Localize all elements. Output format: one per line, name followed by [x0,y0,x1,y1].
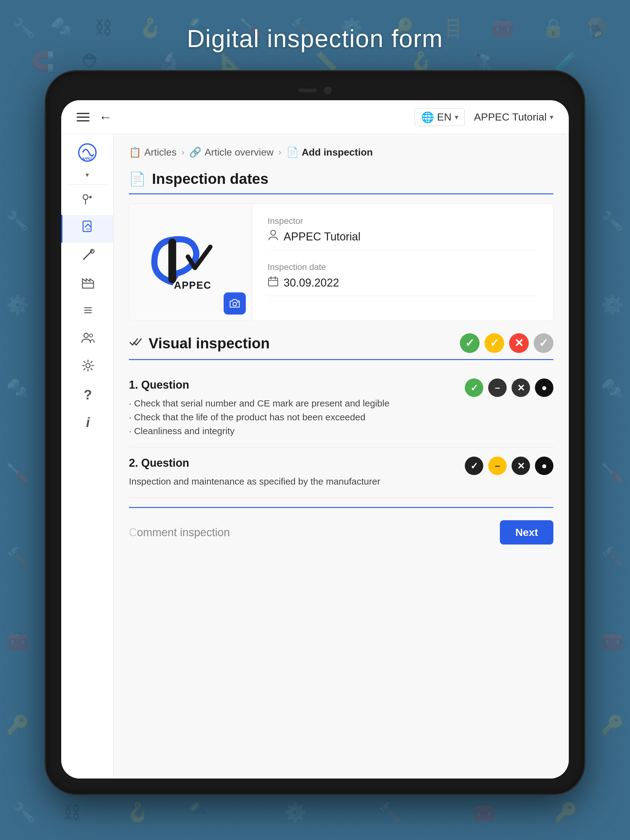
bottom-section: Comment inspection Next [129,507,553,545]
visual-title-row: Visual inspection [129,335,270,352]
sidebar-dropdown-button[interactable]: ▾ [82,168,92,182]
svg-point-18 [237,302,238,303]
inspection-dates-title: Inspection dates [152,171,269,187]
answer-2-dot[interactable]: ● [535,456,553,475]
tablet-screen: ← 🌐 EN ▾ APPEC Tutorial ▾ APPEC [61,100,569,778]
language-selector[interactable]: 🌐 EN ▾ [415,108,465,126]
svg-point-2 [83,195,88,199]
sidebar-item-info[interactable]: i [61,409,113,436]
inspection-details: Inspector APPEC Tutorial Inspection date [252,204,553,321]
sidebar-item-users[interactable] [61,325,113,353]
comment-label: Comment inspection [129,526,230,539]
back-button[interactable]: ← [99,111,112,124]
svg-rect-20 [269,278,278,286]
lang-chevron-icon: ▾ [455,113,458,122]
svg-point-13 [90,334,93,337]
inspection-date-group: Inspection date 30.09.2022 [268,262,538,296]
breadcrumb-articles-label: Articles [144,147,177,158]
visual-inspection-section: Visual inspection ✓ ✓ ✕ ✓ 1. Question [129,333,553,545]
visual-inspection-title: Visual inspection [149,335,270,352]
svg-point-14 [86,363,90,368]
sidebar-item-settings[interactable] [61,353,113,381]
inspector-label: Inspector [268,216,538,226]
svg-rect-8 [82,283,93,288]
add-inspection-icon: 📄 [287,146,299,158]
svg-rect-15 [168,238,176,283]
camera-button[interactable] [224,292,246,314]
breadcrumb: 📋 Articles › 🔗 Article overview › 📄 Add … [129,146,553,158]
question-1-content: 1. Question · Check that serial number a… [129,379,456,438]
answer-2-check[interactable]: ✓ [465,456,483,475]
breadcrumb-articles[interactable]: 📋 Articles [129,146,177,158]
settings-icon [81,359,95,376]
tablet-sensor [298,88,317,92]
visual-inspection-header: Visual inspection ✓ ✓ ✕ ✓ [129,333,553,360]
user-label: APPEC Tutorial [474,111,547,123]
inspector-group: Inspector APPEC Tutorial [268,216,538,250]
answer-1-green[interactable]: ✓ [465,379,483,397]
sidebar-logo: APPEC [73,140,101,165]
answer-2-x[interactable]: ✕ [511,456,530,475]
svg-point-3 [89,196,92,198]
svg-point-17 [233,302,237,306]
breadcrumb-add-inspection-label: Add inspection [302,147,373,158]
article-overview-icon: 🔗 [189,146,201,158]
sidebar-item-help[interactable]: ? [61,381,113,409]
factory-icon [81,276,95,292]
inspection-date-value: 30.09.2022 [268,276,538,296]
inspector-person-icon [268,230,279,243]
svg-text:APPEC: APPEC [174,279,211,291]
language-label: EN [437,111,451,123]
answer-1-x[interactable]: ✕ [511,379,530,397]
sidebar-item-tools[interactable] [61,187,113,215]
inspection-dates-header: 📄 Inspection dates [129,171,553,194]
maintenance-icon [81,248,95,265]
inspection-card: APPEC Inspector [129,204,553,321]
articles-icon: 📋 [129,146,141,158]
svg-point-19 [271,230,275,235]
breadcrumb-article-overview[interactable]: 🔗 Article overview [189,146,274,158]
users-icon [81,331,95,348]
question-1-answers: ✓ – ✕ ● [465,379,553,397]
breadcrumb-article-overview-label: Article overview [204,147,274,158]
breadcrumb-add-inspection[interactable]: 📄 Add inspection [287,146,373,158]
question-2-answers: ✓ – ✕ ● [465,456,553,475]
appec-logo-image: APPEC [148,232,234,293]
app-header: ← 🌐 EN ▾ APPEC Tutorial ▾ [61,100,569,134]
language-icon: 🌐 [421,111,434,123]
status-yellow-check: ✓ [484,333,504,353]
inspection-photo-area: APPEC [129,204,252,321]
breadcrumb-separator-1: › [182,147,184,157]
double-check-icon [129,336,142,351]
sidebar-item-documents[interactable] [61,215,113,243]
camera-icon [229,298,240,309]
question-2-text: Inspection and maintenance as specified … [129,474,456,488]
hamburger-menu-button[interactable] [77,113,90,122]
status-gray-check: ✓ [534,333,553,353]
main-content: 📋 Articles › 🔗 Article overview › 📄 Add … [114,134,569,778]
tablet-camera [324,87,332,94]
list-icon [82,304,94,319]
appec-logo-icon: APPEC [77,143,98,162]
svg-text:APPEC: APPEC [82,157,93,161]
status-icons-row: ✓ ✓ ✕ ✓ [460,333,553,353]
status-green-check: ✓ [460,333,480,353]
status-red-x: ✕ [509,333,529,353]
sidebar-item-list[interactable] [61,298,113,325]
answer-2-minus[interactable]: – [488,456,507,475]
user-chevron-icon: ▾ [550,113,553,122]
sidebar-item-factory[interactable] [61,270,113,298]
answer-1-dot[interactable]: ● [535,379,553,397]
tablet-frame: ← 🌐 EN ▾ APPEC Tutorial ▾ APPEC [46,71,584,794]
calendar-icon [268,276,279,290]
inspection-dates-icon: 📄 [129,171,146,187]
tools-icon [81,193,95,209]
user-selector[interactable]: APPEC Tutorial ▾ [474,111,553,123]
sidebar-item-maintenance[interactable] [61,243,113,270]
question-2-content: 2. Question Inspection and maintenance a… [129,456,456,488]
next-button[interactable]: Next [500,520,553,545]
question-2-title: 2. Question [129,456,456,469]
question-2-block: 2. Question Inspection and maintenance a… [129,447,553,498]
info-icon: i [86,415,90,430]
answer-1-minus[interactable]: – [488,379,507,397]
